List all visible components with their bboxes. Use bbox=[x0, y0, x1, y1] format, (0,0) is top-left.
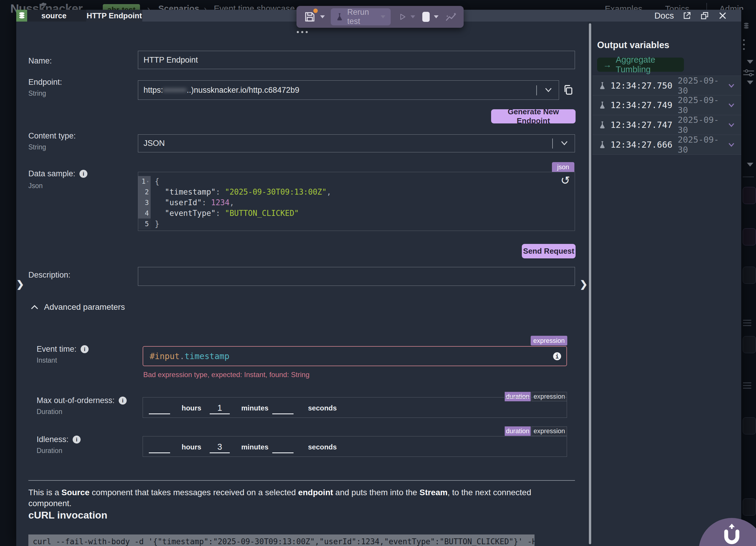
seconds-input[interactable] bbox=[272, 403, 294, 414]
collapse-triangle-icon[interactable] bbox=[747, 60, 753, 64]
chevron-down-icon[interactable] bbox=[545, 87, 552, 93]
endpoint-input[interactable]: https:•••••••..)nussknacker.io/http.c684… bbox=[138, 80, 559, 100]
copy-icon[interactable] bbox=[563, 84, 574, 96]
chevron-down-icon[interactable] bbox=[728, 122, 735, 128]
collapse-triangle-icon[interactable] bbox=[747, 81, 753, 84]
curl-command-code[interactable]: curl --fail-with-body -d '{"timestamp":"… bbox=[28, 534, 535, 546]
output-date: 2025-09-30 bbox=[678, 115, 728, 135]
graph-node-partial[interactable] bbox=[743, 336, 756, 353]
maximize-icon[interactable] bbox=[700, 11, 709, 20]
info-icon[interactable]: i bbox=[73, 436, 81, 444]
scrollbar-thumb[interactable] bbox=[589, 23, 591, 544]
scenario-toolbar: Rerun test bbox=[296, 6, 464, 28]
expand-right-panel-icon[interactable]: ❯ bbox=[580, 278, 588, 290]
source-node-icon bbox=[16, 10, 27, 22]
expression-mode-badge[interactable]: expression bbox=[531, 336, 567, 345]
drag-handle[interactable] bbox=[297, 31, 308, 33]
tab-node-name: HTTP Endpoint bbox=[86, 10, 142, 22]
advanced-parameters-label: Advanced parameters bbox=[44, 302, 125, 312]
expression-mode-badge[interactable]: expression bbox=[532, 426, 567, 436]
name-input[interactable]: HTTP Endpoint bbox=[138, 51, 575, 69]
info-icon[interactable]: i bbox=[79, 170, 87, 178]
duration-mode-badge[interactable]: duration bbox=[505, 426, 531, 436]
code-line: 4 "eventType": "BUTTON_CLICKED" bbox=[138, 208, 575, 219]
content-type-select[interactable]: JSON bbox=[138, 134, 575, 152]
curl-invocation-heading: cURL invocation bbox=[28, 509, 107, 521]
hours-label: hours bbox=[182, 404, 201, 412]
graph-node-partial[interactable] bbox=[743, 498, 756, 516]
minutes-label: minutes bbox=[241, 443, 268, 451]
expand-left-panel-icon[interactable]: ❯ bbox=[16, 278, 24, 290]
close-icon[interactable] bbox=[718, 11, 728, 21]
component-description-text: This is a Source component that takes me… bbox=[28, 487, 573, 509]
graph-node-partial[interactable] bbox=[743, 187, 756, 204]
play-button[interactable] bbox=[398, 12, 406, 22]
unsaved-changes-dot bbox=[313, 9, 318, 13]
graph-node-partial[interactable] bbox=[743, 228, 756, 245]
max-out-of-orderness-label: Max out-of-orderness: bbox=[37, 396, 115, 405]
output-variable-row[interactable]: 12:34:27.749 2025-09-30 bbox=[592, 95, 741, 115]
stop-menu-caret[interactable] bbox=[434, 15, 439, 18]
external-link-icon[interactable] bbox=[682, 11, 692, 20]
generate-new-endpoint-button[interactable]: Generate New Endpoint bbox=[491, 109, 576, 123]
output-variable-row[interactable]: 12:34:27.750 2025-09-30 bbox=[592, 76, 741, 95]
json-code-editor[interactable]: 1▾ { 2 "timestamp": "2025-09-30T09:13:00… bbox=[138, 172, 575, 231]
send-request-button[interactable]: Send Request bbox=[522, 244, 576, 258]
database-icon bbox=[18, 12, 25, 19]
max-out-of-orderness-type: Duration bbox=[37, 408, 62, 416]
chevron-down-icon[interactable] bbox=[728, 142, 735, 147]
rerun-menu-caret[interactable] bbox=[381, 15, 385, 18]
minutes-label: minutes bbox=[241, 404, 268, 412]
rerun-test-button[interactable]: Rerun test bbox=[331, 8, 391, 25]
output-variable-row[interactable]: 12:34:27.666 2025-09-30 bbox=[592, 135, 741, 155]
metrics-sparkline-icon[interactable] bbox=[446, 12, 457, 22]
event-time-label-row: Event time: i bbox=[37, 345, 89, 354]
hours-input[interactable] bbox=[149, 442, 170, 453]
play-menu-caret[interactable] bbox=[410, 15, 415, 18]
advanced-parameters-toggle[interactable]: Advanced parameters bbox=[30, 302, 125, 312]
background-canvas-strip bbox=[741, 10, 756, 546]
expression-info-icon[interactable]: i bbox=[553, 352, 561, 360]
rerun-test-label: Rerun test bbox=[347, 8, 377, 26]
data-sample-label-row: Data sample: i bbox=[28, 169, 87, 178]
code-line: 5 } bbox=[138, 219, 575, 229]
graph-node-partial[interactable] bbox=[743, 417, 756, 434]
expression-hash-token: #input bbox=[150, 351, 180, 361]
stop-button[interactable] bbox=[422, 12, 430, 22]
flask-icon bbox=[336, 12, 343, 22]
chevron-down-icon[interactable] bbox=[728, 83, 735, 88]
screen: Nussknacker abr-test › Scenarios › Event… bbox=[0, 0, 756, 546]
aggregate-tumbling-link[interactable]: → Aggregate Tumbling bbox=[597, 58, 684, 72]
sliders-icon[interactable] bbox=[742, 68, 755, 78]
node-name-label: HTTP Endpoint bbox=[87, 11, 142, 20]
graph-node-partial[interactable] bbox=[743, 267, 756, 284]
description-input[interactable] bbox=[138, 267, 575, 286]
node-type-label: source bbox=[41, 11, 66, 20]
fold-caret-icon[interactable]: ▾ bbox=[146, 179, 149, 184]
seconds-label: seconds bbox=[308, 404, 337, 412]
panel-drag-dots[interactable] bbox=[743, 39, 745, 50]
output-variable-row[interactable]: 12:34:27.747 2025-09-30 bbox=[592, 115, 741, 135]
hours-input[interactable] bbox=[149, 403, 170, 414]
save-button[interactable] bbox=[304, 11, 316, 23]
expression-dot-token: . bbox=[180, 351, 185, 361]
seconds-input[interactable] bbox=[272, 442, 294, 453]
event-time-expression-input[interactable]: #input.timestamp i bbox=[143, 346, 567, 366]
endpoint-label: Endpoint: bbox=[28, 78, 62, 87]
output-timestamp: 12:34:27.750 bbox=[610, 81, 672, 91]
collapse-triangle-icon[interactable] bbox=[747, 163, 753, 167]
output-variables-panel: Output variables → Aggregate Tumbling 12… bbox=[592, 22, 741, 546]
chevron-down-icon[interactable] bbox=[561, 140, 568, 146]
modal-scrollbar[interactable] bbox=[588, 22, 592, 546]
info-icon[interactable]: i bbox=[81, 345, 89, 353]
minutes-input[interactable]: 3 bbox=[210, 442, 230, 453]
docs-link[interactable]: Docs bbox=[654, 11, 674, 21]
squirrel-icon bbox=[40, 1, 47, 6]
language-badge: json bbox=[552, 162, 574, 172]
minutes-input[interactable]: 1 bbox=[210, 403, 230, 414]
refresh-icon[interactable]: ↺ bbox=[561, 174, 570, 187]
info-icon[interactable]: i bbox=[119, 397, 127, 405]
chevron-down-icon[interactable] bbox=[728, 102, 735, 108]
save-menu-caret[interactable] bbox=[320, 15, 325, 18]
data-sample-type: Json bbox=[28, 182, 43, 190]
